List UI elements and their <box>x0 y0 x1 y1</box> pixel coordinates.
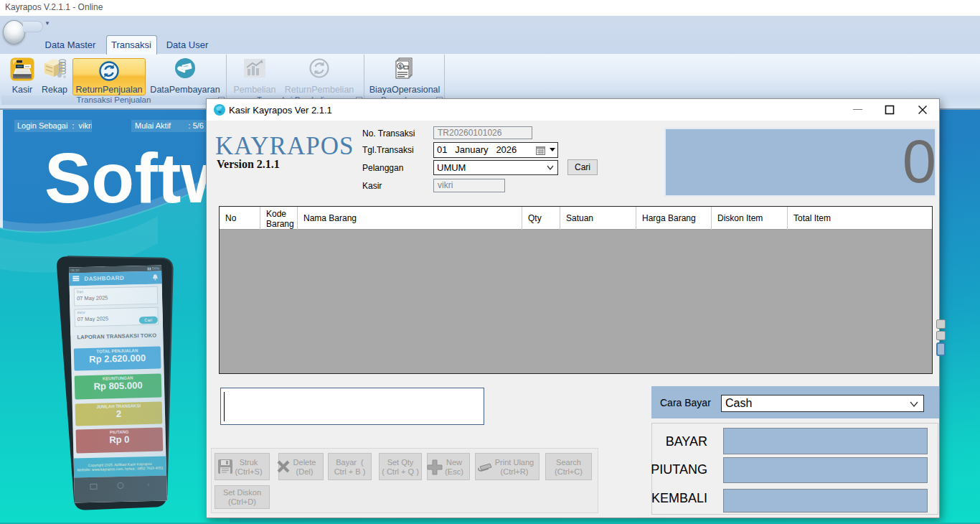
svg-text:$: $ <box>399 63 402 70</box>
